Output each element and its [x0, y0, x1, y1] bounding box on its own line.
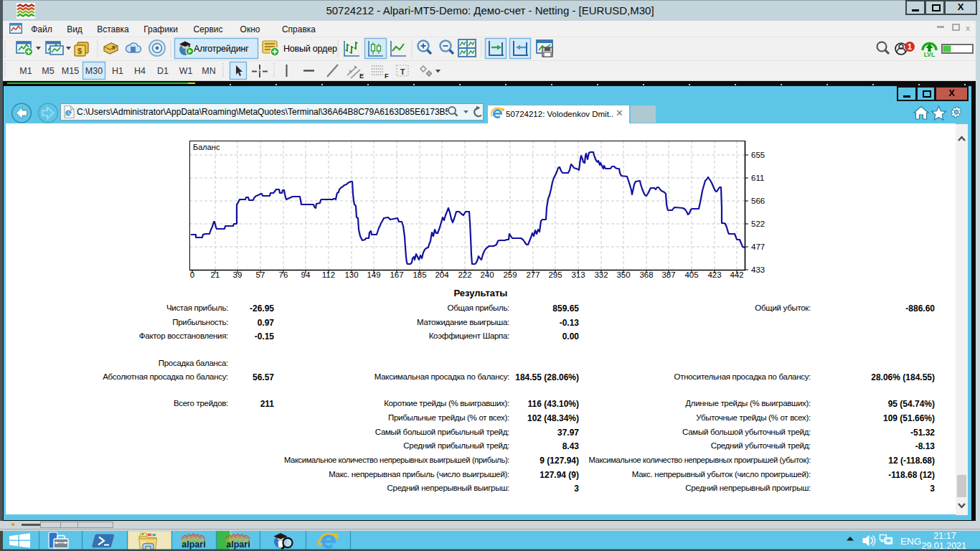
svg-text:alpari: alpari [226, 540, 250, 550]
svg-text:alpari: alpari [182, 540, 205, 550]
svg-text:ENG: ENG [900, 536, 921, 547]
svg-text:21:17: 21:17 [933, 531, 956, 541]
svg-text:29.01.2021: 29.01.2021 [921, 541, 966, 551]
